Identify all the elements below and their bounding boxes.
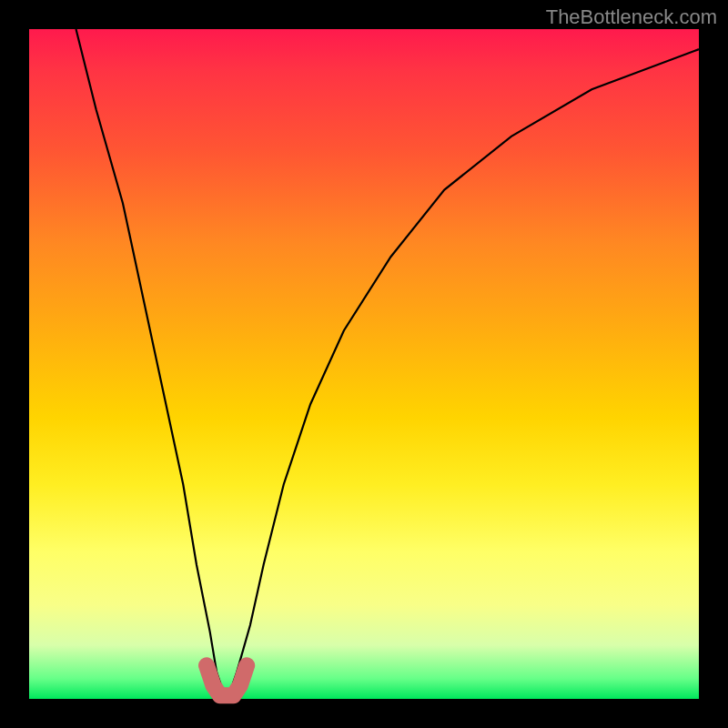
bottleneck-curve-path: [76, 29, 700, 693]
chart-plot-area: [29, 29, 699, 699]
chart-svg: [29, 29, 699, 699]
watermark-text: TheBottleneck.com: [546, 5, 717, 29]
highlight-bottom-path: [207, 665, 247, 695]
